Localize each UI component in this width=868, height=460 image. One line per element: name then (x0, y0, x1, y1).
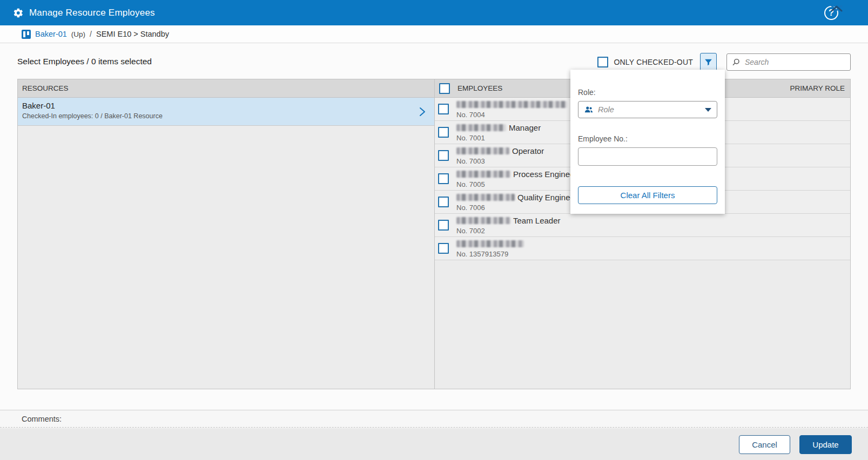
breadcrumb-state-path: SEMI E10 > Standby (96, 30, 169, 38)
employee-row[interactable]: No. 1357913579 (435, 237, 850, 260)
employee-role-text: Process Engineer (513, 170, 577, 178)
employee-text: Process EngineerNo. 7005 (456, 170, 577, 188)
select-all-employees-checkbox[interactable] (439, 83, 450, 94)
employee-name (456, 239, 527, 248)
employee-no-filter-label: Employee No.: (578, 134, 717, 143)
employee-text: OperatorNo. 7003 (456, 146, 544, 165)
gear-icon (13, 8, 24, 18)
employee-text: Quality EngineerNo. 7006 (456, 193, 577, 211)
employee-name: Team Leader (456, 216, 561, 225)
selection-table: RESOURCES Baker-01 Checked-In employees:… (17, 79, 851, 389)
redacted-name-segment (456, 240, 524, 247)
cancel-button[interactable]: Cancel (739, 435, 790, 454)
employee-number: No. 7006 (456, 204, 577, 211)
resources-column-header: RESOURCES (18, 79, 434, 98)
selection-summary: Select Employees / 0 items selected (17, 57, 152, 66)
chevron-right-icon[interactable] (419, 107, 426, 117)
employee-role-text: Manager (509, 124, 541, 132)
people-icon (584, 105, 594, 114)
footer-bar: Cancel Update (0, 428, 868, 460)
comments-label: Comments: (22, 415, 62, 423)
breadcrumb-separator: / (90, 30, 92, 38)
resource-icon (22, 30, 31, 39)
employee-row[interactable]: Team LeaderNo. 7002 (435, 214, 850, 237)
employee-checkbox[interactable] (438, 127, 449, 138)
update-button[interactable]: Update (799, 435, 852, 454)
search-icon (732, 58, 741, 66)
employee-role-text: Team Leader (513, 217, 561, 225)
employee-checkbox[interactable] (438, 104, 449, 114)
redacted-name-segment (456, 124, 506, 131)
employee-checkbox[interactable] (438, 150, 449, 161)
employee-number: No. 7002 (456, 227, 561, 234)
role-filter-label: Role: (578, 88, 717, 97)
employee-role-text: Quality Engineer (517, 193, 577, 201)
employee-name: Operator (456, 146, 544, 155)
employee-checkbox[interactable] (438, 243, 449, 254)
employee-name (456, 100, 570, 109)
employee-number: No. 1357913579 (456, 251, 527, 258)
employee-name: Quality Engineer (456, 193, 577, 202)
role-filter-dropdown[interactable]: Role (578, 101, 717, 118)
employee-text: No. 1357913579 (456, 239, 527, 258)
list-controls: ONLY CHECKED-OUT (597, 53, 851, 71)
employee-checkbox[interactable] (438, 220, 449, 231)
filter-button[interactable] (700, 53, 717, 71)
employee-number: No. 7001 (456, 134, 541, 141)
page-title: Manage Resource Employees (29, 8, 155, 18)
redacted-name-segment (456, 147, 509, 154)
employee-number: No. 7005 (456, 181, 577, 188)
comments-bar[interactable]: Comments: (0, 410, 868, 428)
employee-name: Manager (456, 123, 541, 132)
breadcrumb: Baker-01 (Up) / SEMI E10 > Standby (0, 25, 868, 43)
employee-number: No. 7003 (456, 158, 544, 165)
employee-checkbox[interactable] (438, 173, 449, 184)
caret-down-icon (705, 108, 711, 112)
resource-title: Baker-01 (22, 101, 413, 110)
employee-name: Process Engineer (456, 170, 577, 179)
employee-text: Team LeaderNo. 7002 (456, 216, 561, 234)
employee-checkbox[interactable] (438, 197, 449, 207)
resource-row-baker-01[interactable]: Baker-01 Checked-In employees: 0 / Baker… (18, 98, 434, 126)
search-input[interactable] (745, 58, 845, 66)
collapse-comments-chevron-up-icon[interactable] (831, 5, 843, 12)
clear-all-filters-button[interactable]: Clear All Filters (578, 186, 717, 204)
search-box (726, 53, 851, 71)
redacted-name-segment (456, 171, 510, 178)
role-dropdown-placeholder: Role (598, 105, 614, 114)
resources-header-label: RESOURCES (22, 84, 69, 92)
employee-number: No. 7004 (456, 111, 570, 118)
employee-text: ManagerNo. 7001 (456, 123, 541, 141)
redacted-name-segment (456, 194, 515, 201)
filter-popup: Role: Role Employee No.: Clear All Filte… (570, 70, 725, 214)
only-checked-out-label: ONLY CHECKED-OUT (614, 58, 693, 66)
employee-no-input[interactable] (578, 147, 717, 166)
redacted-name-segment (456, 217, 510, 224)
filter-funnel-icon (704, 58, 713, 67)
title-bar: Manage Resource Employees (0, 0, 868, 25)
primary-role-header-label: PRIMARY ROLE (790, 84, 845, 92)
employee-role-text: Operator (512, 147, 544, 155)
only-checked-out-checkbox[interactable] (597, 57, 608, 67)
employee-text: No. 7004 (456, 100, 570, 118)
redacted-name-segment (456, 101, 567, 108)
resource-subtitle: Checked-In employees: 0 / Baker-01 Resou… (22, 112, 413, 120)
employees-header-label: EMPLOYEES (457, 84, 502, 92)
breadcrumb-resource-link[interactable]: Baker-01 (35, 30, 67, 38)
breadcrumb-up-state: (Up) (71, 30, 85, 38)
resources-panel: RESOURCES Baker-01 Checked-In employees:… (18, 79, 435, 389)
